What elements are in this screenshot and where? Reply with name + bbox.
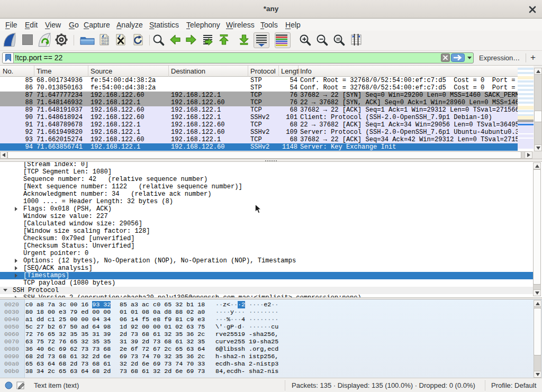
svg-text:0011: 0011 <box>102 42 109 45</box>
